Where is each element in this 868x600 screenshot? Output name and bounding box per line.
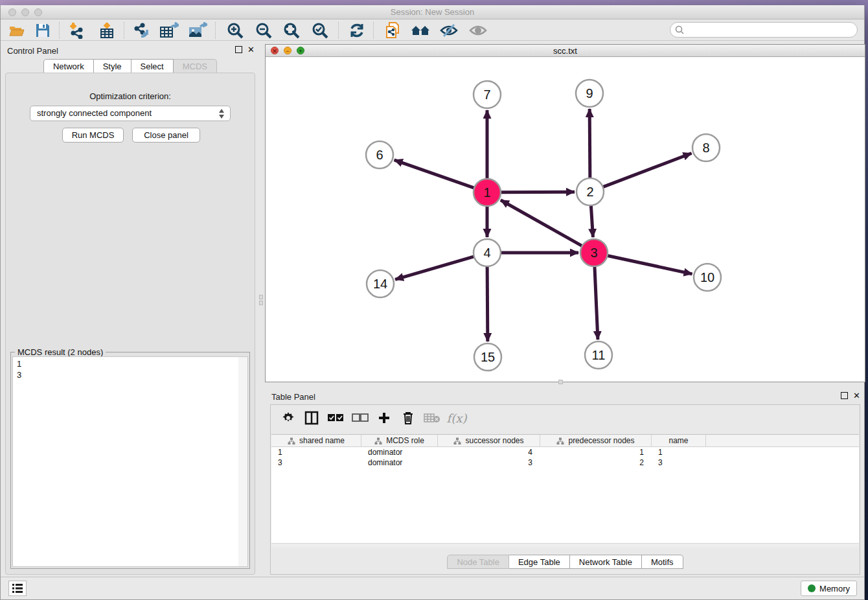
save-session-icon[interactable] [32,21,54,40]
tab-edge-table[interactable]: Edge Table [509,555,570,569]
zoom-selected-icon[interactable] [309,21,331,40]
column-header-successor-nodes[interactable]: successor nodes [438,435,540,446]
table-row[interactable]: 3dominator323 [271,457,859,468]
network-graph[interactable]: 7968124314101511 [266,57,865,382]
cell-MCDS-role[interactable]: dominator [361,457,438,468]
column-header-predecessor-nodes[interactable]: predecessor nodes [540,435,652,446]
cell-shared-name[interactable]: 3 [271,457,361,468]
edge-4-14[interactable] [395,257,474,279]
column-header-MCDS-role[interactable]: MCDS role [361,435,438,446]
mcds-tab-content: Optimization criterion: strongly connect… [5,73,255,575]
edge-3-11[interactable] [595,266,598,340]
edge-3-1[interactable] [501,200,582,246]
tab-style[interactable]: Style [94,59,131,73]
task-history-button[interactable] [8,581,27,596]
edge-1-2[interactable] [501,192,575,192]
tab-mcds[interactable]: MCDS [174,59,217,73]
window-titlebar: Session: New Session [1,5,864,19]
result-scrollbar[interactable] [238,357,247,566]
cell-predecessor-nodes[interactable]: 1 [540,447,652,457]
table-options-icon[interactable] [279,409,298,427]
table-horizontal-scrollbar[interactable] [271,543,859,548]
column-label: predecessor nodes [568,436,634,445]
cell-MCDS-role[interactable]: dominator [361,447,438,457]
splitter-handle[interactable] [259,295,263,299]
node-8[interactable]: 8 [692,134,720,161]
mcds-result-text[interactable]: 1 3 [12,356,248,567]
node-7[interactable]: 7 [474,81,501,108]
tab-network[interactable]: Network [43,59,94,73]
float-panel-icon[interactable] [235,46,242,53]
column-header-name[interactable]: name [652,435,706,446]
cell-shared-name[interactable]: 1 [271,447,361,457]
status-bar: Memory [1,577,864,599]
column-header-shared-name[interactable]: shared name [271,435,361,446]
export-image-icon[interactable] [187,21,209,40]
network-canvas[interactable]: 7968124314101511 [266,57,865,382]
node-2[interactable]: 2 [577,178,604,205]
node-4[interactable]: 4 [474,239,501,266]
search-input[interactable] [670,22,858,38]
tab-node-table[interactable]: Node Table [447,555,509,569]
clone-network-icon[interactable] [382,21,404,40]
tab-motifs[interactable]: Motifs [642,555,683,569]
table-panel: Table Panel ✕ [265,387,865,577]
criterion-select[interactable]: strongly connected component [30,106,231,121]
zoom-out-icon[interactable] [253,21,275,40]
export-network-icon[interactable] [130,21,152,40]
float-table-panel-icon[interactable] [841,392,848,399]
function-builder-icon[interactable]: f(x) [447,409,466,427]
node-14[interactable]: 14 [367,270,394,297]
table-row[interactable]: 1dominator411 [271,447,859,457]
node-15[interactable]: 15 [474,343,501,371]
create-column-icon[interactable] [374,409,394,427]
run-mcds-button[interactable]: Run MCDS [62,128,124,143]
edge-4-15[interactable] [487,266,488,341]
apply-layout-icon[interactable] [346,21,368,40]
edge-2-9[interactable] [589,109,590,178]
edge-2-8[interactable] [603,154,692,187]
export-table-icon[interactable] [158,21,180,40]
delete-table-icon[interactable] [422,409,442,427]
memory-button[interactable]: Memory [801,581,857,596]
node-1[interactable]: 1 [474,179,501,206]
node-3[interactable]: 3 [580,239,608,266]
show-all-icon[interactable] [467,21,489,40]
svg-text:14: 14 [373,277,387,291]
toolbar-separator [215,22,216,39]
select-all-columns-icon[interactable] [326,409,345,427]
edge-1-6[interactable] [394,160,475,188]
unselect-all-columns-icon[interactable] [350,409,370,427]
hide-selected-icon[interactable] [438,21,460,40]
cell-successor-nodes[interactable]: 3 [438,457,540,468]
node-11[interactable]: 11 [585,341,612,369]
network-resize-handle[interactable] [558,380,563,384]
zoom-fit-icon[interactable] [280,21,303,40]
cell-successor-nodes[interactable]: 4 [438,447,540,457]
import-table-icon[interactable] [96,21,118,40]
splitter-handle[interactable] [259,301,263,305]
edge-3-10[interactable] [608,255,692,273]
edge-2-3[interactable] [591,205,593,237]
column-label: MCDS role [386,436,424,445]
cell-predecessor-nodes[interactable]: 2 [540,457,652,468]
tab-network-table[interactable]: Network Table [570,555,642,569]
search-field-wrap [670,22,858,38]
open-file-icon[interactable] [6,21,28,40]
table-toolbar: f(x) [271,405,860,431]
zoom-in-icon[interactable] [224,21,246,40]
first-neighbors-icon[interactable] [409,21,431,40]
show-column-icon[interactable] [302,409,321,427]
cell-name[interactable]: 3 [652,457,706,468]
network-titlebar[interactable]: ✕ − + scc.txt [266,45,865,57]
cell-name[interactable]: 1 [652,447,706,457]
close-panel-icon[interactable]: ✕ [247,45,255,54]
delete-column-icon[interactable] [398,409,418,427]
close-panel-button[interactable]: Close panel [132,128,200,143]
node-10[interactable]: 10 [694,264,721,291]
tab-select[interactable]: Select [131,59,174,73]
close-table-panel-icon[interactable]: ✕ [853,391,860,400]
node-9[interactable]: 9 [576,80,603,107]
node-6[interactable]: 6 [366,141,393,168]
import-network-icon[interactable] [65,21,87,40]
